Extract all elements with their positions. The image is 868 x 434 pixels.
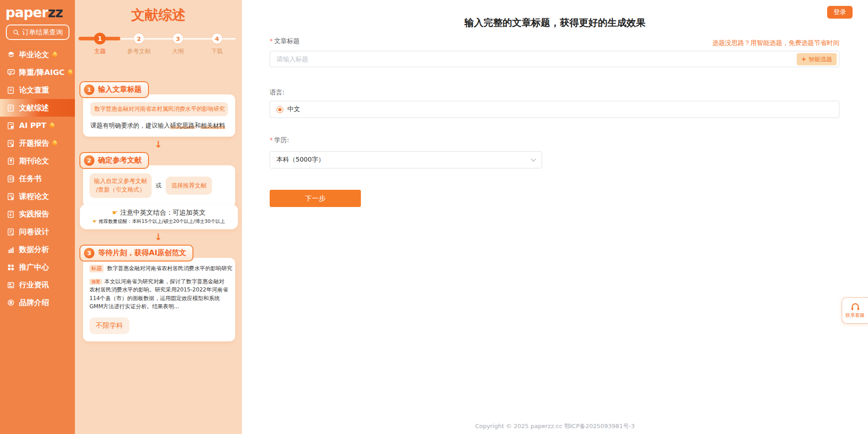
order-result-search[interactable]: 订单结果查询 xyxy=(6,25,69,40)
step-circle-4[interactable]: 4 xyxy=(212,34,222,44)
badge-text: 输入文章标题 xyxy=(98,85,142,94)
main-content: 登录 输入完整的文章标题，获得更好的生成效果 文章标题 选题没思路？用智能选题，… xyxy=(242,0,868,434)
down-arrow-icon: ↓ xyxy=(75,140,242,149)
tip-highlight: 相关材料 xyxy=(201,122,225,129)
next-step-button[interactable]: 下一步 xyxy=(270,190,361,207)
step-label-2: 参考文献 xyxy=(127,47,151,55)
task-icon xyxy=(6,174,15,183)
chat-icon xyxy=(6,68,15,77)
brand-logo[interactable]: paperzz xyxy=(0,0,75,20)
tip-highlight: 研究思路 xyxy=(170,122,195,129)
sidebar-item-course-paper[interactable]: 课程论文 xyxy=(0,187,75,205)
grid-icon xyxy=(6,263,15,272)
reference-note: ☛ 注意中英文结合：可追加英文 ☛ 推荐数量提醒：本科15个以上/硕士20个以上… xyxy=(80,204,238,229)
example-title-pill: 数字普惠金融对河南省农村属民消费水平的影响研究 xyxy=(90,102,228,116)
sidebar-item-label: 行业资讯 xyxy=(19,280,49,290)
sidebar-item-plagiarism-check[interactable]: 论文查重 xyxy=(0,81,75,99)
guide-step3-badge: 3 等待片刻，获得AI原创范文 xyxy=(79,245,193,261)
sidebar-item-label: 论文查重 xyxy=(19,85,49,95)
step-circle-2[interactable]: 2 xyxy=(134,34,144,44)
step-label-1: 主题 xyxy=(94,47,106,55)
guide: 1 输入文章标题 数字普惠金融对河南省农村属民消费水平的影响研究 课题有明确要求… xyxy=(75,68,242,434)
language-option-label: 中文 xyxy=(287,105,300,113)
sample-title-row: 标题 数字普惠金融对河南省农村居民消费水平的影响研究 xyxy=(89,265,229,272)
sidebar-item-graduation-thesis[interactable]: 毕业论文 xyxy=(0,46,75,64)
sidebar-item-reduce-aigc[interactable]: 降重/降AIGC xyxy=(0,64,75,81)
badge-text: 确定参考文献 xyxy=(98,156,142,165)
sidebar-item-label: 课程论文 xyxy=(19,192,49,202)
fire-icon xyxy=(51,140,58,147)
page-heading: 输入完整的文章标题，获得更好的生成效果 xyxy=(242,16,868,29)
sidebar-item-label: 毕业论文 xyxy=(19,50,49,60)
sidebar-item-label: 期刊论文 xyxy=(19,156,49,166)
smart-topic-button-label: 智能选题 xyxy=(809,55,832,64)
degree-label: 学历: xyxy=(270,136,289,144)
headset-icon xyxy=(850,302,860,311)
wizard-panel: 文献综述 1 2 3 4 主题 参考文献 大纲 下载 1 输入文章标题 数字普惠… xyxy=(75,0,242,434)
search-icon xyxy=(13,29,20,36)
fire-icon xyxy=(48,122,55,129)
document-check-icon xyxy=(6,86,15,95)
sidebar-item-questionnaire-design[interactable]: 问卷设计 xyxy=(0,223,75,241)
sidebar-item-promotion-center[interactable]: 推广中心 xyxy=(0,258,75,276)
degree-select[interactable]: 本科（5000字） xyxy=(270,151,542,168)
guide-step1-card: 数字普惠金融对河南省农村属民消费水平的影响研究 课题有明确要求的，建议输入研究思… xyxy=(83,94,235,137)
badge-number: 1 xyxy=(84,84,94,95)
step-circle-3[interactable]: 3 xyxy=(173,34,183,44)
sidebar-item-ai-ppt[interactable]: AI PPT xyxy=(0,117,75,134)
badge-number: 3 xyxy=(84,248,94,258)
sidebar-item-label: 数据分析 xyxy=(19,245,49,255)
sidebar-item-task-book[interactable]: 任务书 xyxy=(0,170,75,187)
step-circle-1[interactable]: 1 xyxy=(94,33,106,44)
sidebar-item-brand-intro[interactable]: ® 品牌介绍 xyxy=(0,294,75,311)
sidebar-item-literature-review[interactable]: 文献综述 xyxy=(0,99,75,117)
page: paperzz 订单结果查询 毕业论文 降重/降AIGC 论文查重 文 xyxy=(0,0,868,434)
news-icon xyxy=(6,281,15,290)
sidebar-item-journal-paper[interactable]: 期刊论文 xyxy=(0,152,75,170)
literature-icon xyxy=(6,104,15,113)
chevron-down-icon xyxy=(531,156,536,161)
report-icon xyxy=(6,139,15,148)
sample-title-text: 数字普惠金融对河南省农村居民消费水平的影响研究 xyxy=(107,265,232,272)
custom-reference-line1: 输入自定义参考文献 xyxy=(94,177,147,186)
sidebar-item-practice-report[interactable]: 实践报告 xyxy=(0,205,75,223)
smart-topic-link[interactable]: 选题没思路？用智能选题，免费选题节省时间 xyxy=(712,39,839,47)
wizard-title: 文献综述 xyxy=(75,6,242,25)
contact-support-widget[interactable]: 联系客服 xyxy=(842,297,868,324)
tip-text: 课题有明确要求的，建议输入 xyxy=(90,122,170,129)
title-input[interactable] xyxy=(270,51,839,67)
pointing-hand-icon: ☛ xyxy=(93,218,97,224)
custom-reference-button[interactable]: 输入自定义参考文献 /查新（引文格式） xyxy=(89,173,152,198)
custom-reference-line2: /查新（引文格式） xyxy=(94,186,147,194)
sidebar-item-proposal-report[interactable]: 开题报告 xyxy=(0,134,75,152)
degree-select-value: 本科（5000字） xyxy=(276,156,532,164)
sidebar-item-label: 实践报告 xyxy=(19,209,49,219)
smart-topic-button[interactable]: 智能选题 xyxy=(797,53,837,65)
language-option-chinese[interactable]: 中文 xyxy=(270,101,839,118)
course-icon xyxy=(6,192,15,201)
graduation-icon xyxy=(6,50,15,59)
title-input-wrap: 智能选题 xyxy=(270,51,839,67)
fire-icon xyxy=(51,51,58,59)
note-text: 注意中英文结合：可追加英文 xyxy=(120,209,206,216)
sidebar-item-label: 开题报告 xyxy=(19,138,49,148)
recommend-reference-button[interactable]: 选择推荐文献 xyxy=(166,177,212,195)
sidebar-item-label: 文献综述 xyxy=(19,103,49,113)
journal-icon xyxy=(6,157,15,166)
tip-text: 和 xyxy=(195,122,201,129)
sample-abstract: 摘要本文以河南省为研究对象，探讨了数字普惠金融对农村居民消费水平的影响。研究采用… xyxy=(89,277,229,311)
radio-selected-icon xyxy=(276,106,283,113)
sparkle-icon xyxy=(801,57,806,62)
sidebar-item-label: 降重/降AIGC xyxy=(19,68,64,78)
sidebar-menu: 毕业论文 降重/降AIGC 论文查重 文献综述 AI PPT xyxy=(0,46,75,311)
subject-button[interactable]: 不限学科 xyxy=(89,317,129,334)
practice-icon xyxy=(6,210,15,219)
sidebar-item-industry-news[interactable]: 行业资讯 xyxy=(0,276,75,294)
sidebar-item-data-analysis[interactable]: 数据分析 xyxy=(0,241,75,258)
step-label-3: 大纲 xyxy=(172,47,184,55)
note-text: 推荐数量提醒：本科15个以上/硕士20个以上/博士30个以上 xyxy=(99,218,225,224)
registered-trademark-icon: ® xyxy=(6,298,15,307)
sidebar-item-label: AI PPT xyxy=(19,121,46,130)
step-indicator: 1 2 3 4 主题 参考文献 大纲 下载 xyxy=(75,27,242,59)
step-label-4: 下载 xyxy=(211,47,223,55)
